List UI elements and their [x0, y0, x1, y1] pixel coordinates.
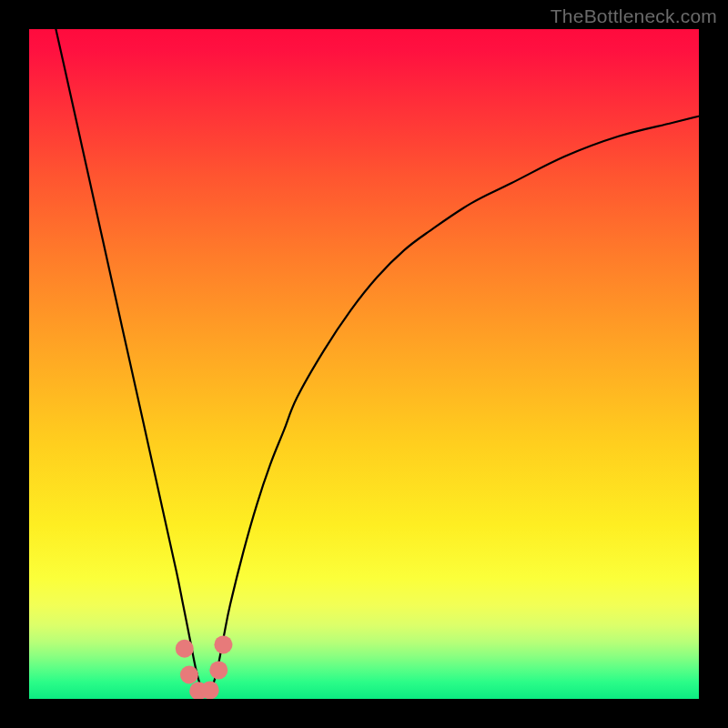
chart-svg: [29, 29, 699, 699]
low-region-dot-2: [180, 666, 198, 684]
low-region-dot-5: [209, 661, 228, 679]
low-region-dot-4: [201, 681, 219, 699]
low-region-dot-6: [214, 635, 232, 653]
bottleneck-curve-path: [56, 29, 699, 695]
marker-group: [176, 635, 233, 699]
chart-frame: TheBottleneck.com: [0, 0, 728, 728]
low-region-dot-1: [176, 640, 194, 658]
plot-area: [29, 29, 699, 699]
watermark-label: TheBottleneck.com: [551, 5, 717, 27]
